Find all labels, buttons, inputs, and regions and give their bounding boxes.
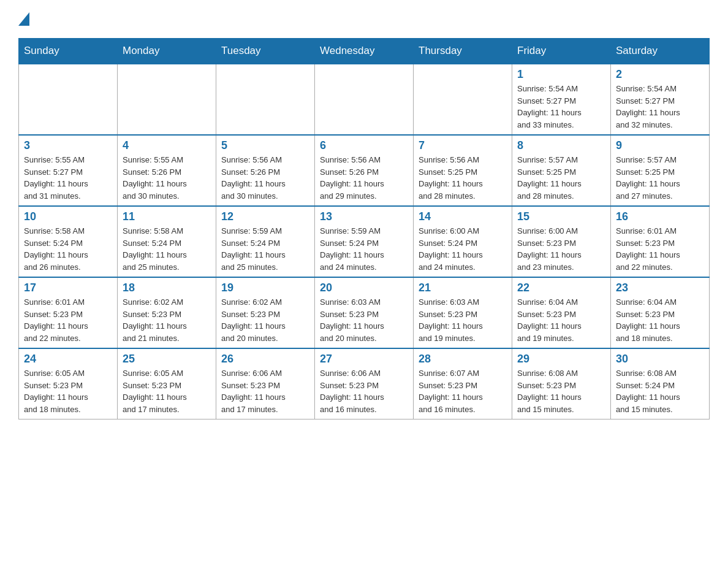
day-info: Sunrise: 5:54 AM Sunset: 5:27 PM Dayligh… <box>616 83 704 131</box>
day-number: 28 <box>419 353 507 366</box>
calendar-day: 11Sunrise: 5:58 AM Sunset: 5:24 PM Dayli… <box>118 206 216 277</box>
day-number: 18 <box>123 282 211 294</box>
calendar-day: 23Sunrise: 6:04 AM Sunset: 5:23 PM Dayli… <box>611 277 710 348</box>
day-info: Sunrise: 6:06 AM Sunset: 5:23 PM Dayligh… <box>221 367 309 415</box>
day-number: 11 <box>123 210 211 223</box>
calendar-header-thursday: Thursday <box>414 39 512 64</box>
day-info: Sunrise: 5:56 AM Sunset: 5:26 PM Dayligh… <box>320 154 408 202</box>
day-number: 29 <box>517 353 605 366</box>
calendar-day: 24Sunrise: 6:05 AM Sunset: 5:23 PM Dayli… <box>19 348 118 419</box>
day-number: 3 <box>24 139 112 152</box>
day-number: 7 <box>419 139 507 152</box>
day-info: Sunrise: 5:58 AM Sunset: 5:24 PM Dayligh… <box>24 225 112 273</box>
calendar-day: 10Sunrise: 5:58 AM Sunset: 5:24 PM Dayli… <box>19 206 118 277</box>
calendar-day: 14Sunrise: 6:00 AM Sunset: 5:24 PM Dayli… <box>414 206 512 277</box>
calendar-day: 4Sunrise: 5:55 AM Sunset: 5:26 PM Daylig… <box>118 135 216 206</box>
calendar-day: 25Sunrise: 6:05 AM Sunset: 5:23 PM Dayli… <box>118 348 216 419</box>
day-number: 20 <box>320 282 408 294</box>
calendar-day: 17Sunrise: 6:01 AM Sunset: 5:23 PM Dayli… <box>19 277 118 348</box>
calendar-day: 18Sunrise: 6:02 AM Sunset: 5:23 PM Dayli… <box>118 277 216 348</box>
day-info: Sunrise: 5:57 AM Sunset: 5:25 PM Dayligh… <box>517 154 605 202</box>
day-number: 17 <box>24 282 112 294</box>
day-number: 13 <box>320 210 408 223</box>
day-number: 2 <box>616 68 704 81</box>
day-info: Sunrise: 6:06 AM Sunset: 5:23 PM Dayligh… <box>320 367 408 415</box>
day-info: Sunrise: 6:01 AM Sunset: 5:23 PM Dayligh… <box>616 225 704 273</box>
day-info: Sunrise: 6:08 AM Sunset: 5:24 PM Dayligh… <box>616 367 704 415</box>
day-number: 5 <box>221 139 309 152</box>
day-number: 15 <box>517 210 605 223</box>
day-number: 22 <box>517 282 605 294</box>
day-number: 30 <box>616 353 704 366</box>
day-number: 21 <box>419 282 507 294</box>
day-info: Sunrise: 6:04 AM Sunset: 5:23 PM Dayligh… <box>517 296 605 344</box>
calendar-day: 27Sunrise: 6:06 AM Sunset: 5:23 PM Dayli… <box>315 348 414 419</box>
day-number: 10 <box>24 210 112 223</box>
calendar-day: 26Sunrise: 6:06 AM Sunset: 5:23 PM Dayli… <box>216 348 315 419</box>
calendar-day: 2Sunrise: 5:54 AM Sunset: 5:27 PM Daylig… <box>611 64 710 135</box>
calendar-day <box>315 64 414 135</box>
day-info: Sunrise: 5:56 AM Sunset: 5:25 PM Dayligh… <box>419 154 507 202</box>
day-info: Sunrise: 6:02 AM Sunset: 5:23 PM Dayligh… <box>221 296 309 344</box>
logo <box>18 12 29 26</box>
day-number: 14 <box>419 210 507 223</box>
calendar-day: 29Sunrise: 6:08 AM Sunset: 5:23 PM Dayli… <box>512 348 611 419</box>
day-info: Sunrise: 6:02 AM Sunset: 5:23 PM Dayligh… <box>123 296 211 344</box>
day-number: 8 <box>517 139 605 152</box>
day-number: 25 <box>123 353 211 366</box>
page-header <box>18 12 710 26</box>
calendar-day: 20Sunrise: 6:03 AM Sunset: 5:23 PM Dayli… <box>315 277 414 348</box>
calendar-week-1: 1Sunrise: 5:54 AM Sunset: 5:27 PM Daylig… <box>19 64 710 135</box>
day-number: 16 <box>616 210 704 223</box>
day-info: Sunrise: 5:55 AM Sunset: 5:26 PM Dayligh… <box>123 154 211 202</box>
calendar-day: 9Sunrise: 5:57 AM Sunset: 5:25 PM Daylig… <box>611 135 710 206</box>
day-info: Sunrise: 6:05 AM Sunset: 5:23 PM Dayligh… <box>123 367 211 415</box>
day-number: 24 <box>24 353 112 366</box>
svg-marker-0 <box>18 12 29 26</box>
day-info: Sunrise: 6:05 AM Sunset: 5:23 PM Dayligh… <box>24 367 112 415</box>
calendar-day: 16Sunrise: 6:01 AM Sunset: 5:23 PM Dayli… <box>611 206 710 277</box>
day-number: 12 <box>221 210 309 223</box>
calendar-day: 5Sunrise: 5:56 AM Sunset: 5:26 PM Daylig… <box>216 135 315 206</box>
day-info: Sunrise: 6:01 AM Sunset: 5:23 PM Dayligh… <box>24 296 112 344</box>
calendar-header-wednesday: Wednesday <box>315 39 414 64</box>
calendar-day: 1Sunrise: 5:54 AM Sunset: 5:27 PM Daylig… <box>512 64 611 135</box>
calendar-day: 8Sunrise: 5:57 AM Sunset: 5:25 PM Daylig… <box>512 135 611 206</box>
calendar-day: 21Sunrise: 6:03 AM Sunset: 5:23 PM Dayli… <box>414 277 512 348</box>
calendar-week-5: 24Sunrise: 6:05 AM Sunset: 5:23 PM Dayli… <box>19 348 710 419</box>
calendar-day: 19Sunrise: 6:02 AM Sunset: 5:23 PM Dayli… <box>216 277 315 348</box>
day-number: 6 <box>320 139 408 152</box>
day-info: Sunrise: 6:00 AM Sunset: 5:24 PM Dayligh… <box>419 225 507 273</box>
day-number: 23 <box>616 282 704 294</box>
day-number: 26 <box>221 353 309 366</box>
day-number: 4 <box>123 139 211 152</box>
calendar-header-friday: Friday <box>512 39 611 64</box>
calendar-header-saturday: Saturday <box>611 39 710 64</box>
calendar-day <box>118 64 216 135</box>
calendar-day: 7Sunrise: 5:56 AM Sunset: 5:25 PM Daylig… <box>414 135 512 206</box>
calendar-day: 6Sunrise: 5:56 AM Sunset: 5:26 PM Daylig… <box>315 135 414 206</box>
day-info: Sunrise: 5:56 AM Sunset: 5:26 PM Dayligh… <box>221 154 309 202</box>
day-number: 27 <box>320 353 408 366</box>
calendar-week-2: 3Sunrise: 5:55 AM Sunset: 5:27 PM Daylig… <box>19 135 710 206</box>
day-info: Sunrise: 5:59 AM Sunset: 5:24 PM Dayligh… <box>320 225 408 273</box>
logo-triangle-icon <box>18 12 29 26</box>
calendar-day <box>414 64 512 135</box>
calendar-header-tuesday: Tuesday <box>216 39 315 64</box>
day-number: 1 <box>517 68 605 81</box>
calendar-header-monday: Monday <box>118 39 216 64</box>
day-number: 19 <box>221 282 309 294</box>
day-info: Sunrise: 6:00 AM Sunset: 5:23 PM Dayligh… <box>517 225 605 273</box>
calendar-day <box>19 64 118 135</box>
calendar-day: 3Sunrise: 5:55 AM Sunset: 5:27 PM Daylig… <box>19 135 118 206</box>
day-info: Sunrise: 5:57 AM Sunset: 5:25 PM Dayligh… <box>616 154 704 202</box>
calendar-day: 28Sunrise: 6:07 AM Sunset: 5:23 PM Dayli… <box>414 348 512 419</box>
day-number: 9 <box>616 139 704 152</box>
day-info: Sunrise: 6:08 AM Sunset: 5:23 PM Dayligh… <box>517 367 605 415</box>
calendar-day <box>216 64 315 135</box>
day-info: Sunrise: 6:04 AM Sunset: 5:23 PM Dayligh… <box>616 296 704 344</box>
calendar-table: SundayMondayTuesdayWednesdayThursdayFrid… <box>18 38 710 419</box>
calendar-header-row: SundayMondayTuesdayWednesdayThursdayFrid… <box>19 39 710 64</box>
day-info: Sunrise: 6:07 AM Sunset: 5:23 PM Dayligh… <box>419 367 507 415</box>
day-info: Sunrise: 5:55 AM Sunset: 5:27 PM Dayligh… <box>24 154 112 202</box>
